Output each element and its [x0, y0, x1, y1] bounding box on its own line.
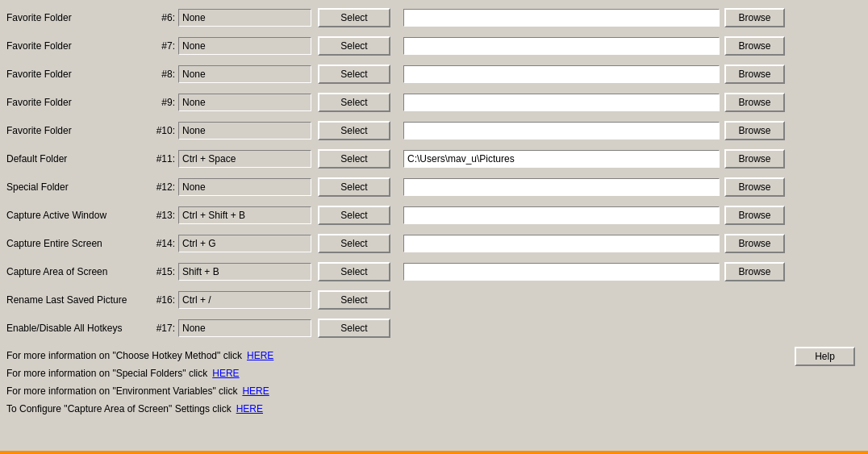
row-left-1: Favorite Folder #7: Select — [6, 36, 390, 56]
row-right-2: Browse — [397, 65, 862, 84]
table-row: Favorite Folder #10: Select Browse — [6, 116, 862, 144]
select-button-6[interactable]: Select — [318, 177, 390, 197]
hotkey-input-0[interactable] — [178, 9, 311, 27]
row-label-4: Favorite Folder — [6, 125, 148, 136]
row-left-9: Capture Area of Screen #15: Select — [6, 262, 390, 281]
select-button-2[interactable]: Select — [318, 65, 390, 84]
row-right-6: Browse — [397, 177, 862, 197]
path-input-4[interactable] — [403, 122, 720, 140]
help-button[interactable]: Help — [795, 347, 855, 366]
row-right-9: Browse — [397, 262, 862, 281]
select-button-0[interactable]: Select — [318, 8, 390, 27]
row-label-2: Favorite Folder — [6, 69, 148, 80]
browse-button-0[interactable]: Browse — [724, 8, 785, 27]
row-label-5: Default Folder — [6, 153, 148, 165]
row-num-2: #8: — [148, 69, 178, 80]
table-row: Favorite Folder #8: Select Browse — [6, 60, 862, 88]
browse-button-1[interactable]: Browse — [724, 36, 785, 56]
row-num-4: #10: — [148, 125, 178, 136]
info-link-3[interactable]: HERE — [236, 403, 263, 414]
select-button-8[interactable]: Select — [318, 234, 390, 253]
row-left-2: Favorite Folder #8: Select — [6, 65, 390, 84]
info-text-0: For more information on "Choose Hotkey M… — [6, 350, 242, 361]
select-button-9[interactable]: Select — [318, 262, 390, 281]
browse-button-8[interactable]: Browse — [724, 234, 785, 253]
row-num-8: #14: — [148, 238, 178, 249]
browse-button-5[interactable]: Browse — [724, 149, 785, 169]
info-text-3: To Configure "Capture Area of Screen" Se… — [6, 403, 232, 414]
hotkey-input-5[interactable] — [178, 150, 311, 168]
select-button-5[interactable]: Select — [318, 149, 390, 169]
table-row: Special Folder #12: Select Browse — [6, 173, 862, 201]
table-row: Capture Area of Screen #15: Select Brows… — [6, 257, 862, 285]
path-input-9[interactable] — [403, 263, 720, 281]
row-left-7: Capture Active Window #13: Select — [6, 206, 390, 225]
hotkey-input-9[interactable] — [178, 263, 311, 281]
path-input-1[interactable] — [403, 37, 720, 55]
row-right-1: Browse — [397, 36, 862, 56]
row-left-8: Capture Entire Screen #14: Select — [6, 234, 390, 253]
table-row: Default Folder #11: Select Browse — [6, 144, 862, 173]
hotkey-input-2[interactable] — [178, 65, 311, 83]
row-label-3: Favorite Folder — [6, 97, 148, 108]
browse-button-7[interactable]: Browse — [724, 206, 785, 225]
select-button-1[interactable]: Select — [318, 36, 390, 56]
select-button-3[interactable]: Select — [318, 93, 390, 112]
bottom-select-button-0[interactable]: Select — [318, 290, 390, 310]
table-row: Favorite Folder #6: Select Browse — [6, 3, 862, 31]
path-input-6[interactable] — [403, 178, 720, 196]
path-input-0[interactable] — [403, 9, 720, 27]
row-label-9: Capture Area of Screen — [6, 266, 148, 277]
bottom-hotkey-input-1[interactable] — [178, 319, 311, 337]
select-button-7[interactable]: Select — [318, 206, 390, 225]
info-row-1: For more information on "Special Folders… — [6, 364, 700, 382]
hotkey-input-4[interactable] — [178, 122, 311, 140]
table-row: Capture Entire Screen #14: Select Browse — [6, 229, 862, 257]
info-link-2[interactable]: HERE — [242, 385, 269, 397]
browse-button-2[interactable]: Browse — [724, 65, 785, 84]
bottom-row: Enable/Disable All Hotkeys #17: Select — [6, 314, 862, 342]
row-label-0: Favorite Folder — [6, 12, 148, 23]
info-link-0[interactable]: HERE — [247, 350, 273, 361]
select-button-4[interactable]: Select — [318, 121, 390, 140]
hotkey-input-6[interactable] — [178, 178, 311, 196]
row-num-5: #11: — [148, 153, 178, 165]
path-input-2[interactable] — [403, 65, 720, 83]
row-right-0: Browse — [397, 8, 862, 27]
browse-button-9[interactable]: Browse — [724, 262, 785, 281]
info-row-3: To Configure "Capture Area of Screen" Se… — [6, 400, 700, 418]
browse-button-4[interactable]: Browse — [724, 121, 785, 140]
bottom-num-0: #16: — [148, 294, 178, 306]
table-row: Capture Active Window #13: Select Browse — [6, 201, 862, 229]
row-left-0: Favorite Folder #6: Select — [6, 8, 390, 27]
info-row-2: For more information on "Environment Var… — [6, 382, 700, 400]
table-row: Favorite Folder #9: Select Browse — [6, 88, 862, 116]
hotkey-input-1[interactable] — [178, 37, 311, 55]
row-left-4: Favorite Folder #10: Select — [6, 121, 390, 140]
info-text-1: For more information on "Special Folders… — [6, 368, 207, 379]
hotkey-input-7[interactable] — [178, 206, 311, 224]
browse-button-6[interactable]: Browse — [724, 177, 785, 197]
path-input-8[interactable] — [403, 235, 720, 252]
info-row-0: For more information on "Choose Hotkey M… — [6, 347, 700, 364]
info-link-1[interactable]: HERE — [212, 368, 239, 379]
row-right-7: Browse — [397, 206, 862, 225]
row-left-3: Favorite Folder #9: Select — [6, 93, 390, 112]
row-num-0: #6: — [148, 12, 178, 23]
row-num-6: #12: — [148, 181, 178, 193]
row-right-8: Browse — [397, 234, 862, 253]
row-num-9: #15: — [148, 266, 178, 277]
row-num-1: #7: — [148, 40, 178, 52]
path-input-5[interactable] — [403, 150, 720, 168]
hotkey-input-8[interactable] — [178, 235, 311, 252]
bottom-hotkey-input-0[interactable] — [178, 291, 311, 309]
row-right-4: Browse — [397, 121, 862, 140]
hotkey-input-3[interactable] — [178, 94, 311, 111]
bottom-select-button-1[interactable]: Select — [318, 319, 390, 338]
row-label-6: Special Folder — [6, 181, 148, 193]
row-label-8: Capture Entire Screen — [6, 238, 148, 249]
path-input-7[interactable] — [403, 206, 720, 224]
browse-button-3[interactable]: Browse — [724, 93, 785, 112]
path-input-3[interactable] — [403, 94, 720, 111]
row-num-7: #13: — [148, 210, 178, 221]
